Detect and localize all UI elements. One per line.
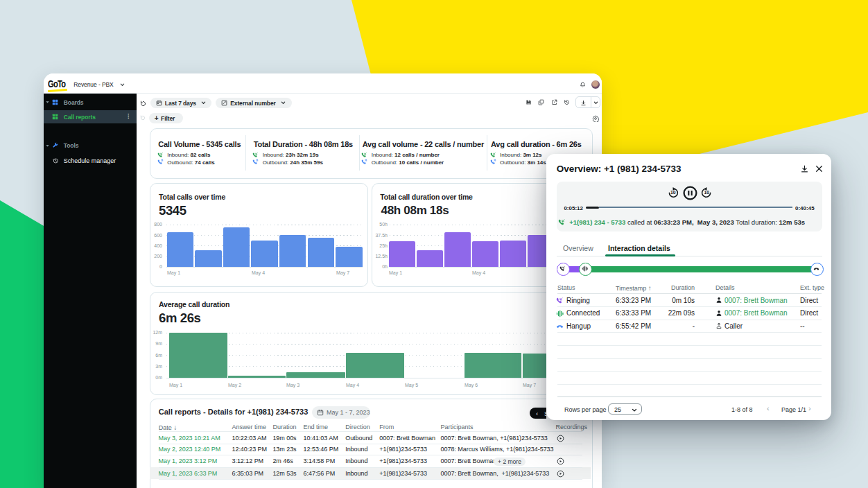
svg-text:10: 10 bbox=[704, 190, 709, 195]
svg-text:10: 10 bbox=[670, 190, 676, 195]
